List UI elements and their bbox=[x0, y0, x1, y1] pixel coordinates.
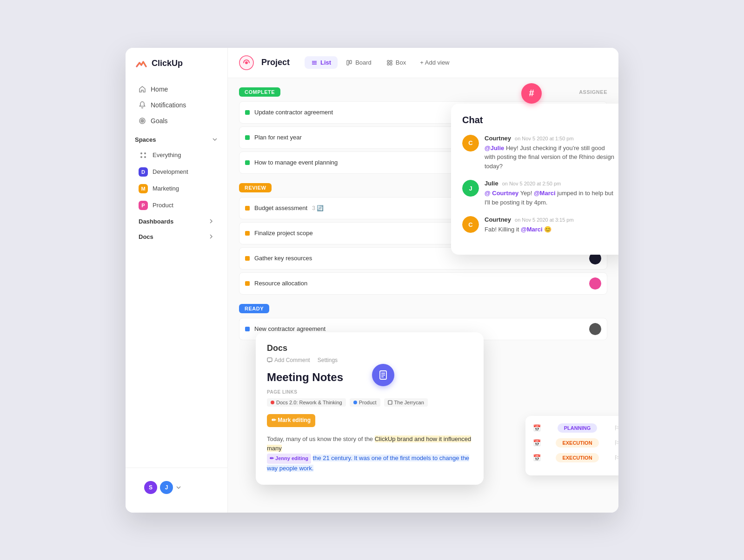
chat-avatar-julie: J bbox=[462, 180, 479, 197]
tab-board[interactable]: Board bbox=[339, 56, 378, 69]
task-left: Resource allocation bbox=[245, 280, 307, 287]
complete-badge: COMPLETE bbox=[239, 87, 280, 97]
chat-author-2: Julie bbox=[485, 180, 498, 187]
docs-float-button[interactable] bbox=[372, 364, 394, 386]
sidebar-item-notifications[interactable]: Notifications bbox=[129, 97, 224, 113]
tab-list[interactable]: List bbox=[305, 56, 338, 69]
chevron-right-icon bbox=[208, 218, 214, 224]
project-icon bbox=[239, 55, 254, 70]
spaces-section-title: Spaces bbox=[126, 129, 227, 147]
svg-rect-22 bbox=[267, 358, 272, 362]
svg-point-5 bbox=[140, 156, 142, 158]
task-assignee-avatar bbox=[589, 323, 601, 335]
page-link-product[interactable]: Product bbox=[350, 398, 380, 407]
list-icon bbox=[311, 59, 318, 66]
box-icon bbox=[386, 59, 393, 66]
sidebar: ClickUp Home Notifications Goals Spaces bbox=[126, 48, 228, 513]
svg-point-3 bbox=[140, 152, 142, 154]
chat-mention-marci-3: @Marci bbox=[521, 226, 543, 233]
sprint-tag-planning[interactable]: PLANNING bbox=[558, 423, 597, 433]
chat-time-2: on Nov 5 2020 at 2:50 pm bbox=[502, 181, 561, 186]
task-left: Gather key resources bbox=[245, 255, 312, 262]
sidebar-item-development[interactable]: D Development bbox=[129, 164, 224, 180]
sidebar-dashboards[interactable]: Dashboards bbox=[129, 214, 224, 229]
task-status-dot bbox=[245, 281, 250, 286]
flag-icon-2: 🏳 bbox=[614, 439, 618, 447]
page-link-jerrycan[interactable]: The Jerrycan bbox=[384, 398, 428, 407]
sidebar-item-goals[interactable]: Goals bbox=[129, 113, 224, 129]
chat-message-2: J Julie on Nov 5 2020 at 2:50 pm @ Court… bbox=[462, 180, 617, 207]
body-highlight: ClickUp brand and how it influenced many bbox=[267, 435, 471, 452]
status-header-ready: READY bbox=[239, 304, 607, 313]
marketing-badge: M bbox=[139, 184, 148, 193]
product-badge: P bbox=[139, 201, 148, 210]
comment-icon bbox=[267, 357, 272, 363]
doc-icon bbox=[388, 400, 392, 405]
task-name: Gather key resources bbox=[254, 255, 312, 262]
sidebar-docs[interactable]: Docs bbox=[129, 229, 224, 244]
chat-time-3: on Nov 5 2020 at 3:15 pm bbox=[515, 217, 574, 223]
svg-rect-13 bbox=[350, 60, 352, 64]
chat-author-3: Courtney bbox=[485, 216, 511, 223]
task-left: How to manage event planning bbox=[245, 159, 338, 166]
mark-editing-button[interactable]: ✏ Mark editing bbox=[267, 414, 315, 427]
chevron-right-docs-icon bbox=[208, 233, 214, 240]
subtask-count: 3 🔄 bbox=[312, 205, 324, 211]
chat-avatar-courtney-1: C bbox=[462, 135, 479, 152]
sidebar-item-marketing[interactable]: M Marketing bbox=[129, 180, 224, 197]
user-dropdown-icon[interactable] bbox=[176, 485, 181, 490]
docs-settings[interactable]: Settings bbox=[318, 357, 338, 363]
task-name: Budget assessment bbox=[254, 204, 307, 211]
task-name: Finalize project scope bbox=[254, 230, 313, 237]
user-avatar-j: J bbox=[160, 481, 173, 494]
docs-panel: Docs Add Comment Settings Meeting Notes … bbox=[256, 332, 484, 484]
chat-content-2: Julie on Nov 5 2020 at 2:50 pm @ Courtne… bbox=[485, 180, 617, 207]
docs-body: ✏ Mark editing Today, many of us know th… bbox=[267, 414, 472, 473]
chat-mention-2: @ Courtney bbox=[485, 190, 518, 197]
page-link-dot-blue bbox=[353, 401, 357, 404]
development-badge: D bbox=[139, 167, 148, 177]
chat-text-2: @ Courtney Yep! @Marci jumped in to help… bbox=[485, 189, 617, 207]
topbar: Project List Board bbox=[228, 48, 618, 78]
sidebar-item-product[interactable]: P Product bbox=[129, 197, 224, 214]
task-status-dot bbox=[245, 160, 250, 165]
board-icon bbox=[346, 59, 352, 66]
chat-text-1: @Julie Hey! Just checking if you're stil… bbox=[485, 144, 617, 171]
docs-add-comment[interactable]: Add Comment bbox=[267, 357, 310, 363]
tab-box[interactable]: Box bbox=[380, 56, 412, 69]
logo-text: ClickUp bbox=[152, 59, 183, 68]
chat-content-3: Courtney on Nov 5 2020 at 3:15 pm Fab! K… bbox=[485, 216, 574, 234]
calendar-icon-2: 📅 bbox=[533, 439, 541, 447]
chat-author-1: Courtney bbox=[485, 135, 511, 142]
calendar-icon-1: 📅 bbox=[533, 424, 541, 432]
svg-point-8 bbox=[245, 61, 248, 64]
task-status-dot bbox=[245, 206, 250, 211]
logo: ClickUp bbox=[126, 57, 227, 81]
view-tabs: List Board Box bbox=[305, 56, 455, 69]
chat-header-1: Courtney on Nov 5 2020 at 1:50 pm bbox=[485, 135, 617, 142]
task-status-dot bbox=[245, 135, 250, 140]
sprint-row-1: 📅 PLANNING 🏳 bbox=[533, 423, 618, 433]
sidebar-item-everything[interactable]: Everything bbox=[129, 147, 224, 164]
hashtag-button[interactable]: # bbox=[521, 83, 542, 104]
chat-title: Chat bbox=[462, 115, 617, 125]
table-row[interactable]: Resource allocation bbox=[239, 272, 607, 295]
add-view-button[interactable]: + Add view bbox=[414, 56, 455, 69]
task-left: Update contractor agreement bbox=[245, 109, 333, 116]
task-name: Update contractor agreement bbox=[254, 109, 333, 116]
task-name: Plan for next year bbox=[254, 134, 302, 141]
task-left: Finalize project scope bbox=[245, 230, 313, 237]
docs-float-icon bbox=[378, 370, 388, 380]
jenny-editing-badge: ✏ Jenny editing bbox=[267, 454, 311, 464]
page-link-docs[interactable]: Docs 2.0: Rework & Thinking bbox=[267, 398, 346, 407]
sprint-tag-execution-2[interactable]: EXECUTION bbox=[556, 453, 598, 462]
app-container: ClickUp Home Notifications Goals Spaces bbox=[126, 48, 618, 513]
chat-message-1: C Courtney on Nov 5 2020 at 1:50 pm @Jul… bbox=[462, 135, 617, 171]
svg-point-6 bbox=[144, 156, 146, 158]
assignee-header: ASSIGNEE bbox=[579, 89, 607, 95]
sprint-tag-execution-1[interactable]: EXECUTION bbox=[556, 438, 598, 448]
review-badge: REVIEW bbox=[239, 183, 272, 192]
svg-rect-17 bbox=[390, 63, 392, 65]
status-header-complete: COMPLETE ASSIGNEE bbox=[239, 87, 607, 97]
sidebar-item-home[interactable]: Home bbox=[129, 81, 224, 97]
